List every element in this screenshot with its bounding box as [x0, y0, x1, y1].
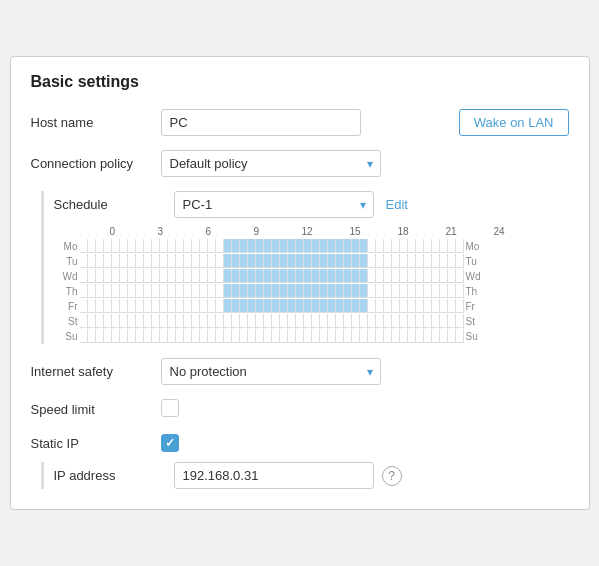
- grid-cell: [312, 254, 320, 268]
- grid-cell: [264, 239, 272, 253]
- grid-cell: [288, 314, 296, 328]
- grid-cell: [80, 299, 88, 313]
- grid-cell: [240, 239, 248, 253]
- grid-cell: [432, 284, 440, 298]
- grid-cell: [192, 299, 200, 313]
- grid-cell: [240, 329, 248, 343]
- grid-cell: [112, 254, 120, 268]
- grid-cell: [448, 299, 456, 313]
- speed-limit-checkbox[interactable]: [161, 399, 179, 417]
- grid-cell: [216, 299, 224, 313]
- grid-cell: [328, 299, 336, 313]
- connection-policy-select[interactable]: Default policy Custom policy: [161, 150, 381, 177]
- grid-cell: [328, 314, 336, 328]
- grid-cell: [264, 329, 272, 343]
- internet-safety-control: No protection Basic Strict ▾: [161, 358, 569, 385]
- grid-cell: [192, 284, 200, 298]
- grid-cell: [384, 299, 392, 313]
- grid-day-label-right-wd: Wd: [464, 271, 490, 282]
- grid-cell: [400, 284, 408, 298]
- grid-row-tu: TuTu: [54, 254, 569, 268]
- grid-cell: [392, 269, 400, 283]
- host-name-label: Host name: [31, 115, 161, 130]
- grid-cell: [416, 269, 424, 283]
- static-ip-checkbox[interactable]: [161, 434, 179, 452]
- grid-cell: [304, 329, 312, 343]
- grid-cell: [424, 284, 432, 298]
- grid-cell: [232, 329, 240, 343]
- grid-cell: [128, 299, 136, 313]
- grid-row-mo: MoMo: [54, 239, 569, 253]
- grid-cell: [280, 284, 288, 298]
- wake-on-lan-button[interactable]: Wake on LAN: [459, 109, 569, 136]
- grid-cell: [224, 254, 232, 268]
- grid-cell: [400, 239, 408, 253]
- grid-cell: [304, 284, 312, 298]
- grid-cell: [408, 239, 416, 253]
- grid-cell: [232, 284, 240, 298]
- grid-cell: [344, 299, 352, 313]
- grid-cell: [352, 299, 360, 313]
- grid-cell: [456, 314, 464, 328]
- grid-cell: [352, 284, 360, 298]
- ip-address-input[interactable]: [174, 462, 374, 489]
- schedule-select[interactable]: PC-1 PC-2 Custom: [174, 191, 374, 218]
- grid-cell: [128, 329, 136, 343]
- grid-cell: [360, 269, 368, 283]
- schedule-edit-link[interactable]: Edit: [386, 197, 408, 212]
- grid-day-label-right-tu: Tu: [464, 256, 490, 267]
- grid-cell: [144, 269, 152, 283]
- grid-cell: [144, 284, 152, 298]
- internet-safety-select[interactable]: No protection Basic Strict: [161, 358, 381, 385]
- grid-cell: [336, 239, 344, 253]
- host-name-input[interactable]: [161, 109, 361, 136]
- grid-hours-row: 03691215182124: [82, 226, 569, 237]
- grid-cell: [168, 254, 176, 268]
- grid-cell: [120, 269, 128, 283]
- schedule-select-wrap[interactable]: PC-1 PC-2 Custom ▾: [174, 191, 374, 218]
- grid-cell: [256, 239, 264, 253]
- grid-cell: [160, 269, 168, 283]
- grid-cell: [256, 254, 264, 268]
- grid-row-wd: WdWd: [54, 269, 569, 283]
- grid-cell: [272, 299, 280, 313]
- grid-cell: [336, 284, 344, 298]
- grid-cell: [376, 314, 384, 328]
- grid-cell: [432, 239, 440, 253]
- grid-cell: [104, 239, 112, 253]
- grid-cell: [392, 239, 400, 253]
- grid-cell: [360, 239, 368, 253]
- connection-policy-select-wrap[interactable]: Default policy Custom policy ▾: [161, 150, 381, 177]
- grid-row-fr: FrFr: [54, 299, 569, 313]
- schedule-row: Schedule PC-1 PC-2 Custom ▾ Edit: [54, 191, 569, 218]
- grid-cell: [320, 329, 328, 343]
- grid-cell: [248, 314, 256, 328]
- grid-cell: [152, 254, 160, 268]
- grid-cell: [408, 284, 416, 298]
- grid-day-label-right-mo: Mo: [464, 241, 490, 252]
- grid-cell: [96, 269, 104, 283]
- grid-cell: [288, 299, 296, 313]
- grid-cell: [392, 314, 400, 328]
- grid-cell: [424, 254, 432, 268]
- grid-cell: [360, 329, 368, 343]
- grid-cell: [80, 284, 88, 298]
- grid-cell: [336, 269, 344, 283]
- grid-cell: [272, 284, 280, 298]
- grid-cell: [200, 254, 208, 268]
- static-ip-label: Static IP: [31, 436, 161, 451]
- grid-cell: [152, 329, 160, 343]
- grid-cell: [336, 329, 344, 343]
- internet-safety-select-wrap[interactable]: No protection Basic Strict ▾: [161, 358, 381, 385]
- grid-cell: [392, 299, 400, 313]
- speed-limit-control: [161, 399, 569, 420]
- grid-cell: [296, 299, 304, 313]
- grid-cell: [184, 329, 192, 343]
- grid-cell: [432, 269, 440, 283]
- grid-cell: [200, 329, 208, 343]
- grid-cell: [456, 239, 464, 253]
- grid-cell: [312, 314, 320, 328]
- ip-help-icon[interactable]: ?: [382, 466, 402, 486]
- grid-cell: [104, 314, 112, 328]
- grid-cell: [336, 299, 344, 313]
